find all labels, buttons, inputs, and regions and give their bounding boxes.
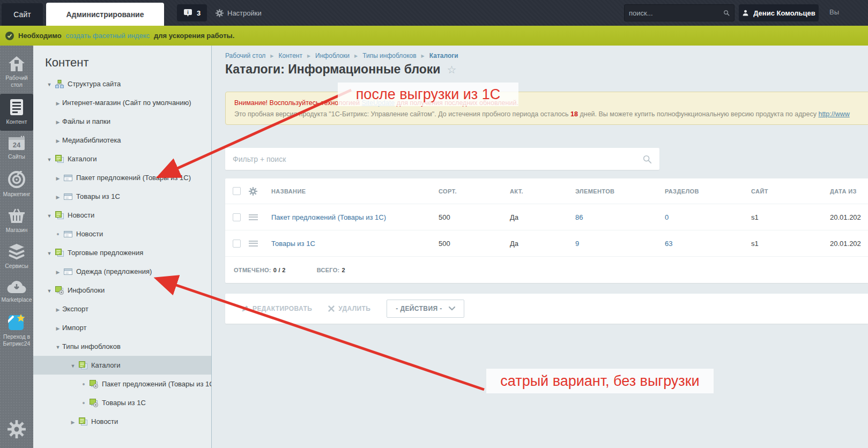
select-all-checkbox[interactable] xyxy=(233,187,241,195)
logout-link[interactable]: Вы xyxy=(829,8,839,16)
table-settings-gear-icon[interactable] xyxy=(249,187,257,196)
sidebar-item-content[interactable]: Контент xyxy=(0,94,33,131)
tree-item-catalogs[interactable]: Каталоги xyxy=(33,150,211,168)
tree-item-media-library[interactable]: Медиабиблиотека xyxy=(33,131,211,150)
tab-site[interactable]: Сайт xyxy=(2,3,43,26)
topbar-search-input[interactable] xyxy=(629,9,723,17)
collapse-icon[interactable] xyxy=(54,342,62,350)
sidebar-item-marketing[interactable]: Маркетинг xyxy=(0,166,33,203)
tree-item-news-type[interactable]: Новости xyxy=(33,206,211,225)
collapse-icon[interactable] xyxy=(45,211,54,219)
expand-icon[interactable] xyxy=(54,174,62,182)
tab-admin[interactable]: Администрирование xyxy=(46,3,164,26)
sidebar-item-bitrix24[interactable]: Переход в Битрикс24 xyxy=(0,309,33,353)
table-footer: ОТМЕЧЕНО:0 / 2 ВСЕГО:2 xyxy=(225,256,868,283)
alert-prefix: Необходимо xyxy=(18,32,62,40)
sidebar-item-services[interactable]: Сервисы xyxy=(0,239,33,275)
expand-icon[interactable] xyxy=(54,99,62,107)
sidebar-item-sites[interactable]: 24 Сайты xyxy=(0,131,33,166)
breadcrumb-infoblocks[interactable]: Инфоблоки xyxy=(315,52,350,59)
row-sections-link[interactable]: 63 xyxy=(665,240,672,248)
create-facet-index-link[interactable]: создать фасетный индекс xyxy=(66,32,150,40)
expand-icon[interactable] xyxy=(54,305,62,313)
row-sections-link[interactable]: 0 xyxy=(665,213,669,221)
column-header-elements[interactable]: ЭЛЕМЕНТОВ xyxy=(575,188,665,195)
tree-item-news-type-2[interactable]: Новости xyxy=(33,412,211,431)
breadcrumb-desktop[interactable]: Рабочий стол xyxy=(225,52,265,59)
breadcrumb-separator: ▶ xyxy=(421,54,425,58)
tree-item-label: Типы инфоблоков xyxy=(62,342,121,350)
column-header-date[interactable]: ДАТА ИЗ xyxy=(830,188,868,195)
settings-button[interactable]: Настройки xyxy=(216,4,262,21)
sidebar-item-desktop[interactable]: Рабочий стол xyxy=(0,51,33,94)
tree-item-label: Файлы и папки xyxy=(62,117,110,125)
tree-item-trade-offers[interactable]: Торговые предложения xyxy=(33,243,211,262)
collapse-icon[interactable] xyxy=(45,80,54,88)
tree-item-offer-package-type[interactable]: Пакет предложений (Товары из 1С) xyxy=(33,375,211,393)
tree-item-infoblock-types[interactable]: Типы инфоблоков xyxy=(33,337,211,356)
column-header-sections[interactable]: РАЗДЕЛОВ xyxy=(665,188,751,195)
row-menu-icon[interactable] xyxy=(249,241,258,247)
tree-item-clothes-offers[interactable]: Одежда (предложения) xyxy=(33,262,211,281)
tree-item-files-folders[interactable]: Файлы и папки xyxy=(33,112,211,131)
delete-button[interactable]: УДАЛИТЬ xyxy=(328,305,370,312)
buy-link[interactable]: http://www xyxy=(818,110,849,118)
row-name-link[interactable]: Пакет предложений (Товары из 1С) xyxy=(271,213,386,221)
sidebar-item-marketplace[interactable]: Marketplace xyxy=(0,275,33,309)
column-header-sort[interactable]: СОРТ. xyxy=(439,188,510,195)
search-icon[interactable] xyxy=(723,9,730,17)
tree-item-label: Пакет предложений (Товары из 1С) xyxy=(76,174,191,182)
tree-item-goods-1c-type[interactable]: Товары из 1С xyxy=(33,393,211,412)
row-checkbox[interactable] xyxy=(233,240,241,248)
tree-item-internet-shop[interactable]: Интернет-магазин (Сайт по умолчанию) xyxy=(33,93,211,112)
siteupdate-link[interactable]: SiteUpdate xyxy=(361,99,395,107)
column-header-active[interactable]: АКТ. xyxy=(510,188,575,195)
column-header-site[interactable]: САЙТ xyxy=(751,188,830,195)
tree-item-news[interactable]: Новости xyxy=(33,225,211,243)
row-elements-link[interactable]: 9 xyxy=(575,240,579,248)
row-site: s1 xyxy=(751,213,830,221)
filter-search-input[interactable] xyxy=(233,155,642,163)
collapse-icon[interactable] xyxy=(45,155,54,163)
tree-item-export[interactable]: Экспорт xyxy=(33,300,211,318)
breadcrumb-content[interactable]: Контент xyxy=(278,52,302,59)
tree-item-import[interactable]: Импорт xyxy=(33,318,211,337)
expand-icon[interactable] xyxy=(54,117,62,125)
column-header-name[interactable]: НАЗВАНИЕ xyxy=(271,188,439,195)
expand-icon[interactable] xyxy=(54,267,62,275)
tree-item-catalogs-type-selected[interactable]: Каталоги xyxy=(33,356,211,375)
tree-item-label: Каталоги xyxy=(68,155,97,163)
favorite-star-icon[interactable]: ☆ xyxy=(447,63,456,76)
row-name-link[interactable]: Товары из 1С xyxy=(271,240,315,248)
breadcrumb-infoblock-types[interactable]: Типы инфоблоков xyxy=(362,52,416,59)
expand-icon[interactable] xyxy=(54,324,62,332)
expand-icon[interactable] xyxy=(54,192,62,200)
collapse-icon[interactable] xyxy=(45,286,54,294)
notifications-button[interactable]: i 3 xyxy=(177,4,207,21)
collapse-icon[interactable] xyxy=(69,361,77,369)
row-elements-link[interactable]: 86 xyxy=(575,213,583,221)
row-menu-icon[interactable] xyxy=(249,214,258,220)
edit-button[interactable]: РЕДАКТИРОВАТЬ xyxy=(241,305,312,312)
tree-item-site-structure[interactable]: Структура сайта xyxy=(33,74,211,93)
actions-dropdown[interactable]: - ДЕЙСТВИЯ - xyxy=(387,300,464,318)
basket-icon xyxy=(8,208,26,224)
collapse-icon[interactable] xyxy=(45,249,54,257)
tree-item-goods-1c[interactable]: Товары из 1С xyxy=(33,187,211,206)
target-icon xyxy=(8,171,25,188)
sidebar-item-shop[interactable]: Магазин xyxy=(0,203,33,239)
row-checkbox[interactable] xyxy=(233,213,241,221)
breadcrumb-catalogs[interactable]: Каталоги xyxy=(429,52,458,59)
tree-item-label: Пакет предложений (Товары из 1С) xyxy=(102,380,211,388)
search-icon[interactable] xyxy=(642,154,652,164)
site-structure-icon xyxy=(55,80,64,88)
sidebar-settings-button[interactable] xyxy=(8,420,26,440)
sidebar-item-label: Сервисы xyxy=(5,263,28,270)
expand-icon[interactable] xyxy=(69,417,77,425)
tree-item-label: Одежда (предложения) xyxy=(76,267,152,275)
expand-icon[interactable] xyxy=(54,136,62,144)
notice-line2: Это пробная версия продукта "1С-Битрикс:… xyxy=(234,109,863,120)
user-menu-button[interactable]: Денис Комольцев xyxy=(739,4,819,21)
tree-item-infoblocks[interactable]: Инфоблоки xyxy=(33,281,211,300)
tree-item-offer-package[interactable]: Пакет предложений (Товары из 1С) xyxy=(33,168,211,187)
